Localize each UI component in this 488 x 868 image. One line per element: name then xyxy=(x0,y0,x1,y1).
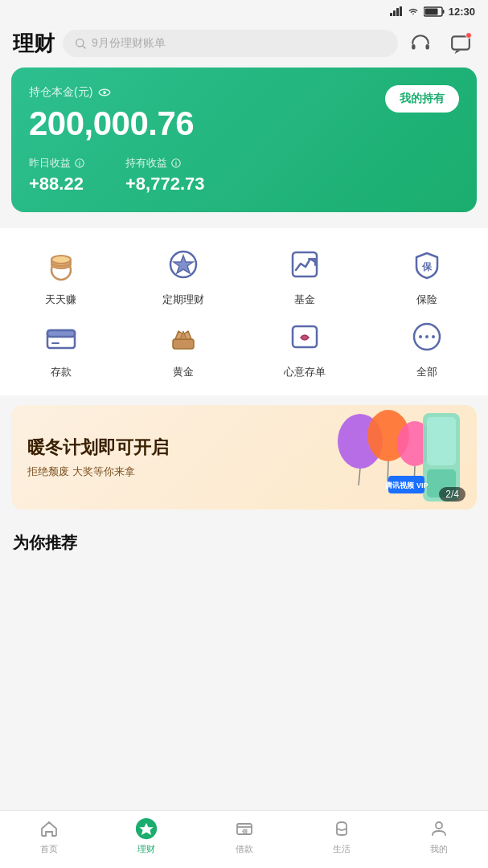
gold-item[interactable]: 黄金 xyxy=(151,315,215,379)
svg-rect-1 xyxy=(393,10,396,16)
icon-row-1: 天天赚 定期理财 基金 xyxy=(0,243,488,307)
nav-finance[interactable]: 理财 xyxy=(97,817,195,855)
bottom-nav: 首页 理财 借 借款 生活 xyxy=(0,810,488,868)
svg-rect-9 xyxy=(412,44,415,50)
nav-mine-label: 我的 xyxy=(430,843,448,855)
svg-rect-3 xyxy=(400,6,402,16)
total-profit-value: +8,772.73 xyxy=(125,174,204,194)
yesterday-profit: 昨日收益 +88.22 xyxy=(29,156,85,194)
nav-home-label: 首页 xyxy=(40,843,58,855)
svg-point-37 xyxy=(425,335,429,338)
svg-rect-26 xyxy=(293,252,317,276)
svg-point-55 xyxy=(436,822,442,829)
svg-rect-46 xyxy=(427,417,456,465)
fund-label: 基金 xyxy=(294,293,315,307)
nav-finance-label: 理财 xyxy=(137,843,155,855)
deposit-item[interactable]: 存款 xyxy=(29,315,93,379)
header-actions xyxy=(406,29,475,58)
all-label: 全部 xyxy=(416,365,437,379)
status-bar: 12:30 xyxy=(0,0,488,23)
nav-mine[interactable]: 我的 xyxy=(391,817,488,855)
svg-rect-29 xyxy=(47,330,75,337)
periodic-finance-item[interactable]: 定期理财 xyxy=(151,243,215,307)
headset-icon xyxy=(410,33,431,54)
nav-life[interactable]: 生活 xyxy=(293,817,390,855)
svg-text:腾讯视频 VIP: 腾讯视频 VIP xyxy=(384,481,428,489)
wish-deposit-icon xyxy=(283,315,326,358)
search-icon xyxy=(74,37,87,50)
svg-rect-6 xyxy=(442,10,444,14)
svg-rect-31 xyxy=(173,339,194,349)
deposit-label: 存款 xyxy=(51,365,72,379)
svg-text:借: 借 xyxy=(240,829,248,834)
svg-point-19 xyxy=(175,161,176,162)
signal-icon xyxy=(390,6,403,16)
nav-loan-label: 借款 xyxy=(236,843,253,855)
deposit-icon xyxy=(39,315,83,358)
all-icon xyxy=(405,315,449,358)
mine-icon xyxy=(428,817,450,840)
gold-icon xyxy=(162,315,205,358)
insurance-icon: 保 xyxy=(405,243,449,286)
eye-icon[interactable] xyxy=(97,85,112,100)
icon-grid: 天天赚 定期理财 基金 xyxy=(0,228,488,395)
daily-earn-icon xyxy=(39,243,83,286)
wish-deposit-label: 心意存单 xyxy=(284,365,326,379)
nav-home[interactable]: 首页 xyxy=(0,817,97,855)
svg-point-13 xyxy=(103,91,106,94)
headset-button[interactable] xyxy=(406,29,435,58)
total-profit-label: 持有收益 xyxy=(125,156,204,170)
notification-badge xyxy=(465,32,472,39)
fund-item[interactable]: 基金 xyxy=(273,243,337,307)
my-holdings-button[interactable]: 我的持有 xyxy=(385,85,459,113)
recommend-section: 为你推荐 xyxy=(0,524,488,618)
finance-icon xyxy=(135,817,158,840)
periodic-finance-label: 定期理财 xyxy=(162,293,204,307)
total-profit: 持有收益 +8,772.73 xyxy=(125,156,204,194)
banner[interactable]: 暖冬计划即可开启 拒绝颓废 大奖等你来拿 腾讯视频 VIP 2/4 xyxy=(11,405,477,510)
svg-line-40 xyxy=(359,469,360,485)
svg-rect-0 xyxy=(390,13,392,16)
loan-icon: 借 xyxy=(233,817,256,840)
gold-label: 黄金 xyxy=(173,365,194,379)
daily-earn-label: 天天赚 xyxy=(45,293,76,307)
insurance-label: 保险 xyxy=(416,293,437,307)
all-item[interactable]: 全部 xyxy=(395,315,459,379)
message-button[interactable] xyxy=(446,29,475,58)
insurance-item[interactable]: 保 保险 xyxy=(395,243,459,307)
yesterday-profit-value: +88.22 xyxy=(29,174,85,194)
periodic-finance-icon xyxy=(162,243,205,286)
svg-text:保: 保 xyxy=(421,261,433,272)
svg-point-16 xyxy=(79,161,80,162)
icon-row-2: 存款 黄金 心意存单 xyxy=(0,315,488,379)
page-title: 理财 xyxy=(13,30,55,58)
yesterday-profit-label: 昨日收益 xyxy=(29,156,85,170)
wifi-icon xyxy=(407,6,420,16)
portfolio-card: 持仓本金(元) 200,000.76 我的持有 昨日收益 +88.22 持有收益 xyxy=(11,68,477,212)
fund-icon xyxy=(283,243,326,286)
svg-rect-2 xyxy=(396,8,399,16)
svg-rect-5 xyxy=(424,8,437,14)
search-placeholder: 9月份理财账单 xyxy=(92,36,166,51)
status-time: 12:30 xyxy=(449,6,475,18)
status-icons: 12:30 xyxy=(390,6,475,18)
battery-icon xyxy=(424,6,445,17)
svg-marker-25 xyxy=(174,256,193,273)
header: 理财 9月份理财账单 xyxy=(0,23,488,68)
home-icon xyxy=(38,817,60,840)
recommend-title: 为你推荐 xyxy=(13,532,475,554)
card-stats: 昨日收益 +88.22 持有收益 +8,772.73 xyxy=(29,156,459,194)
svg-point-36 xyxy=(419,335,422,338)
svg-rect-11 xyxy=(452,36,470,49)
info-icon-1[interactable] xyxy=(74,158,85,169)
search-bar[interactable]: 9月份理财账单 xyxy=(63,30,398,57)
svg-point-38 xyxy=(432,335,435,338)
wish-deposit-item[interactable]: 心意存单 xyxy=(273,315,337,379)
svg-rect-10 xyxy=(426,44,429,50)
nav-loan[interactable]: 借 借款 xyxy=(195,817,293,855)
life-icon xyxy=(330,817,353,840)
info-icon-2[interactable] xyxy=(170,158,182,169)
svg-point-23 xyxy=(51,256,71,264)
svg-line-8 xyxy=(83,46,85,48)
daily-earn-item[interactable]: 天天赚 xyxy=(29,243,93,307)
